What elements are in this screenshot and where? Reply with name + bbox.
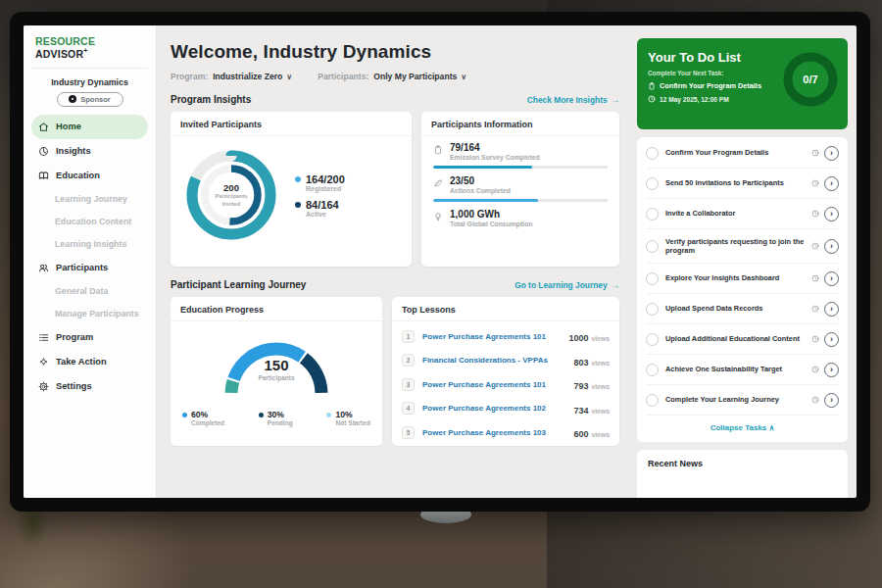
invited-donut-chart: 200 Participants Invited [180, 144, 282, 246]
task-checkbox[interactable] [646, 333, 659, 346]
task-row: Explore Your Insights Dashboard › [646, 264, 839, 294]
participants-filter[interactable]: Participants:Only My Participants∨ [318, 72, 466, 81]
info-value: 23/50 [450, 175, 511, 186]
home-icon [38, 122, 49, 132]
task-checkbox[interactable] [646, 364, 659, 376]
legend-value: 164/200 [306, 173, 345, 185]
donut-center-value: 200 [223, 182, 239, 193]
sidebar-item-education-content[interactable]: Education Content [31, 211, 148, 233]
info-label: Emission Survey Completed [450, 154, 540, 161]
link-label: Check More Insights [527, 95, 608, 105]
clock-icon [811, 274, 819, 282]
task-checkbox[interactable] [646, 303, 659, 316]
task-label: Explore Your Insights Dashboard [665, 273, 811, 283]
sidebar-item-insights[interactable]: Insights [31, 139, 148, 164]
chevron-down-icon: ∨ [461, 73, 466, 81]
legend-item-active: 84/164 Active [295, 199, 345, 218]
task-checkbox[interactable] [646, 394, 659, 407]
info-value: 1,000 GWh [450, 209, 532, 220]
sidebar-item-education[interactable]: Education [31, 164, 148, 188]
task-checkbox[interactable] [646, 272, 659, 285]
gauge-center-value: 150 [214, 357, 339, 373]
lesson-row: 1 Power Purchase Agreements 101 1000view… [402, 324, 610, 349]
task-open-button[interactable]: › [824, 207, 839, 221]
sidebar-item-program[interactable]: Program [31, 325, 148, 350]
go-to-learning-journey-link[interactable]: Go to Learning Journey→ [514, 280, 619, 290]
sidebar-item-label: Program [56, 332, 93, 342]
task-checkbox[interactable] [646, 177, 659, 190]
sidebar: RESOURCE ADVISOR+ Industry Dynamics Spon… [24, 25, 157, 498]
legend-item-registered: 164/200 Registered [295, 173, 345, 192]
task-row: Complete Your Learning Journey › [646, 385, 839, 416]
monitor-bezel: RESOURCE ADVISOR+ Industry Dynamics Spon… [10, 12, 870, 512]
todo-summary-card: Your To Do List Complete Your Next Task:… [637, 38, 848, 129]
sidebar-item-label: Education Content [55, 217, 131, 226]
program-filter[interactable]: Program:Industrialize Zero∨ [171, 72, 292, 81]
sidebar-item-learning-insights[interactable]: Learning Insights [31, 233, 148, 256]
arrow-right-icon: → [612, 95, 619, 105]
lesson-rank: 5 [402, 426, 415, 439]
sidebar-item-take-action[interactable]: Take Action [31, 350, 148, 374]
logo-resource: RESOURCE [35, 35, 95, 47]
legend-dot [295, 176, 301, 182]
actions-progress-bar [433, 199, 608, 202]
lesson-link[interactable]: Power Purchase Agreements 101 [422, 332, 568, 341]
sidebar-item-manage-participants[interactable]: Manage Participants [31, 303, 148, 325]
task-checkbox[interactable] [646, 208, 659, 220]
gear-icon [38, 381, 49, 392]
lesson-link[interactable]: Power Purchase Agreements 102 [422, 404, 573, 413]
education-gauge-chart: 150 Participants [214, 331, 339, 402]
task-row: Achieve One Sustainability Target › [646, 355, 839, 385]
info-row-actions: 23/50 Actions Completed [433, 175, 608, 202]
info-label: Actions Completed [450, 187, 511, 194]
check-more-insights-link[interactable]: Check More Insights→ [527, 95, 619, 105]
sidebar-item-home[interactable]: Home [31, 115, 148, 139]
invited-participants-card: Invited Participants 200 [171, 112, 412, 267]
participants-icon [38, 263, 49, 273]
task-open-button[interactable]: › [824, 271, 839, 286]
lesson-views: 734views [573, 400, 610, 417]
sidebar-item-settings[interactable]: Settings [31, 374, 148, 399]
sidebar-item-label: Manage Participants [55, 309, 139, 318]
sidebar-program-name: Industry Dynamics [31, 77, 148, 87]
task-open-button[interactable]: › [824, 239, 839, 254]
task-open-button[interactable]: › [824, 363, 839, 377]
legend-value: 30% [268, 410, 284, 419]
task-checkbox[interactable] [646, 240, 659, 253]
task-open-button[interactable]: › [824, 332, 839, 347]
lesson-row: 3 Power Purchase Agreements 101 793views [402, 372, 610, 397]
program-filter-value: Industrialize Zero [213, 72, 282, 81]
lesson-link[interactable]: Power Purchase Agreements 101 [422, 380, 573, 389]
link-label: Collapse Tasks [710, 423, 767, 432]
gauge-center-label: Participants [214, 374, 339, 381]
sidebar-item-general-data[interactable]: General Data [31, 280, 148, 303]
task-label: Upload Additional Educational Content [665, 334, 811, 344]
bulb-icon [433, 212, 443, 221]
program-insights-header: Program Insights Check More Insights→ [171, 94, 619, 105]
task-open-button[interactable]: › [824, 393, 839, 408]
chevron-down-icon: ∨ [286, 73, 292, 81]
info-value: 79/164 [450, 142, 540, 153]
lesson-link[interactable]: Financial Considerations - VPPAs [422, 356, 573, 365]
page-title: Welcome, Industry Dynamics [171, 41, 619, 63]
top-lessons-card: Top Lessons 1 Power Purchase Agreements … [392, 297, 619, 446]
task-open-button[interactable]: › [824, 146, 839, 161]
lesson-link[interactable]: Power Purchase Agreements 103 [422, 428, 573, 437]
task-open-button[interactable]: › [824, 176, 839, 191]
collapse-up-icon: ∧ [769, 423, 775, 432]
participants-information-card: Participants Information 79/164 Emission… [421, 112, 619, 267]
lesson-rank: 1 [402, 330, 415, 343]
section-heading: Program Insights [171, 94, 251, 105]
sidebar-item-learning-journey[interactable]: Learning Journey [31, 188, 148, 211]
collapse-tasks-link[interactable]: Collapse Tasks ∧ [646, 416, 839, 441]
clock-icon [811, 149, 819, 157]
sidebar-item-participants[interactable]: Participants [31, 256, 148, 280]
legend-label: Completed [191, 419, 224, 426]
sidebar-item-label: Settings [56, 381, 92, 391]
scene: RESOURCE ADVISOR+ Industry Dynamics Spon… [0, 0, 882, 588]
task-label: Invite a Collaborator [665, 209, 811, 219]
lesson-rank: 4 [402, 402, 415, 415]
clock-icon [811, 179, 819, 187]
task-checkbox[interactable] [646, 147, 659, 160]
task-open-button[interactable]: › [824, 302, 839, 317]
